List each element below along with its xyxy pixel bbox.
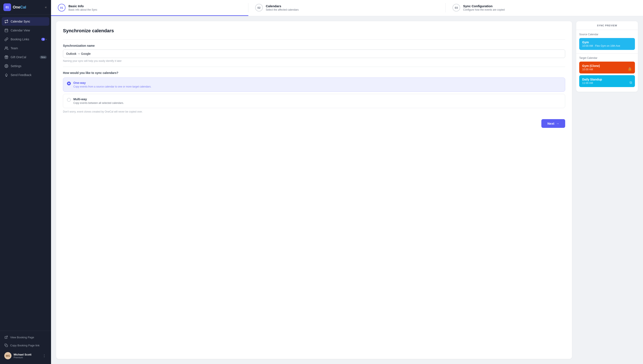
step-3-title: Sync Configuration xyxy=(463,4,505,8)
step-1-number: 01 xyxy=(58,4,66,12)
radio-multi-way-label: Multi-way xyxy=(73,98,124,101)
step-1-subtitle: Basic info about the Sync xyxy=(69,8,97,11)
target-calendar-label: Target Calendar xyxy=(579,56,635,60)
sidebar-footer: View Booking Page Copy Booking Page link… xyxy=(0,331,51,364)
standup-time: 11:00 AM xyxy=(582,82,602,84)
sync-name-field: Synchronization name Naming your sync wi… xyxy=(63,44,565,62)
lock-icon: 🔒 xyxy=(628,67,632,71)
sync-name-input[interactable] xyxy=(63,50,565,58)
page-body: Synchronize calendars Synchronization na… xyxy=(51,16,643,364)
target-event-standup-info: Daily Standup 11:00 AM xyxy=(582,78,602,84)
source-event-card: Gym 10:00 AM · Flex Gym on 16th Ave xyxy=(579,38,635,50)
chevron-right-icon: › xyxy=(46,38,47,40)
source-calendar-label: Source Calendar xyxy=(579,33,635,36)
user-row: MS Michael Scott Premium ⋮ xyxy=(2,350,49,362)
sidebar-item-label: Gift OneCal xyxy=(11,56,26,59)
target-event-gym-clone: Gym (Clone) 10:00 AM 🔒 xyxy=(579,62,635,74)
user-name: Michael Scott xyxy=(14,353,42,356)
warning-note: Don't worry, event clones created by One… xyxy=(63,110,565,113)
sidebar-item-calendar-sync[interactable]: Calendar Sync xyxy=(2,17,49,26)
radio-one-way-desc: Copy events from a source calendar to on… xyxy=(73,85,151,88)
source-event-name: Gym xyxy=(582,40,632,44)
sidebar-item-label: Send Feedback xyxy=(11,73,32,77)
next-button[interactable]: Next → xyxy=(541,119,565,128)
booking-links-badge: 1 xyxy=(41,38,45,41)
calendar-icon xyxy=(4,28,9,32)
source-event-time: 10:00 AM · Flex Gym on 16th Ave xyxy=(582,44,632,47)
gym-clone-time: 10:00 AM xyxy=(582,68,600,71)
gear-icon xyxy=(4,64,9,68)
sync-preview: SYNC PREVIEW Source Calendar Gym 10:00 A… xyxy=(576,21,638,359)
sidebar-item-label: Calendar Sync xyxy=(11,20,30,23)
preview-source-section: Source Calendar Gym 10:00 AM · Flex Gym … xyxy=(576,30,638,53)
step-3-info: Sync Configuration Configure how the eve… xyxy=(463,4,505,11)
radio-option-one-way[interactable]: One-way Copy events from a source calend… xyxy=(63,78,565,92)
collapse-sidebar-button[interactable]: « xyxy=(44,4,48,10)
link-icon xyxy=(4,37,9,42)
sidebar: 01 OneCal « Calendar Sync xyxy=(0,0,51,364)
sidebar-item-label: Team xyxy=(11,46,18,50)
divider-1 xyxy=(63,40,565,40)
svg-line-12 xyxy=(6,336,8,338)
divider-2 xyxy=(63,67,565,67)
step-3-subtitle: Configure how the events are copied xyxy=(463,8,505,11)
step-tab-3[interactable]: 03 Sync Configuration Configure how the … xyxy=(446,0,643,16)
sidebar-item-label: Settings xyxy=(11,64,22,68)
logo-area: 01 OneCal xyxy=(4,4,26,11)
page-title: Synchronize calendars xyxy=(63,28,565,34)
svg-rect-0 xyxy=(5,29,8,32)
step-2-info: Calendars Select the affected calendars xyxy=(266,4,299,11)
radio-one-way-label: One-way xyxy=(73,81,151,84)
radio-multi-way-content: Multi-way Copy events between all select… xyxy=(73,98,124,104)
sidebar-item-settings[interactable]: Settings xyxy=(2,62,49,70)
form-footer: Next → xyxy=(63,119,565,128)
copy-icon xyxy=(4,344,8,347)
view-booking-page-link[interactable]: View Booking Page xyxy=(2,334,49,341)
radio-one-way-content: One-way Copy events from a source calend… xyxy=(73,81,151,88)
steps-header: 01 Basic Info Basic info about the Sync … xyxy=(51,0,643,16)
view-booking-page-label: View Booking Page xyxy=(10,336,34,339)
standup-name: Daily Standup xyxy=(582,78,602,81)
preview-card: SYNC PREVIEW Source Calendar Gym 10:00 A… xyxy=(576,21,638,92)
sync-name-hint: Naming your sync will help you easily id… xyxy=(63,60,565,62)
target-event-gym-clone-info: Gym (Clone) 10:00 AM xyxy=(582,64,600,71)
gift-new-badge: New xyxy=(40,56,47,59)
sync-type-question: How would you like to sync calendars? xyxy=(63,71,565,74)
sync-name-label: Synchronization name xyxy=(63,44,565,47)
step-2-subtitle: Select the affected calendars xyxy=(266,8,299,11)
gym-clone-name: Gym (Clone) xyxy=(582,64,600,68)
sidebar-item-label: Booking Links xyxy=(11,38,29,41)
target-event-daily-standup: Daily Standup 11:00 AM ⧉ xyxy=(579,75,635,87)
user-menu-button[interactable]: ⋮ xyxy=(42,353,47,359)
sync-icon xyxy=(4,19,9,24)
radio-multi-way-desc: Copy events between all selected calenda… xyxy=(73,102,124,104)
logo-mark: 01 xyxy=(4,4,11,11)
radio-option-multi-way[interactable]: Multi-way Copy events between all select… xyxy=(63,94,565,108)
sidebar-header: 01 OneCal « xyxy=(0,0,51,15)
next-button-label: Next xyxy=(547,122,554,125)
user-plan: Premium xyxy=(14,356,42,359)
svg-point-4 xyxy=(5,47,7,48)
user-info: Michael Scott Premium xyxy=(14,353,42,359)
sidebar-item-team[interactable]: Team xyxy=(2,44,49,52)
sidebar-item-booking-links[interactable]: Booking Links 1 › xyxy=(2,35,49,44)
sidebar-item-label: Calendar View xyxy=(11,29,30,32)
svg-point-7 xyxy=(6,66,7,67)
sidebar-item-gift-onecal[interactable]: Gift OneCal New xyxy=(2,53,49,61)
step-2-title: Calendars xyxy=(266,4,299,8)
copy-booking-link[interactable]: Copy Booking Page link xyxy=(2,342,49,349)
logo-one: One xyxy=(13,5,20,9)
logo-text: OneCal xyxy=(13,5,26,10)
logo-cal: Cal xyxy=(20,5,26,9)
step-tab-2[interactable]: 02 Calendars Select the affected calenda… xyxy=(248,0,446,16)
copy-booking-link-label: Copy Booking Page link xyxy=(10,344,40,347)
main-content: 01 Basic Info Basic info about the Sync … xyxy=(51,0,643,364)
sidebar-item-calendar-view[interactable]: Calendar View xyxy=(2,26,49,34)
step-1-info: Basic Info Basic info about the Sync xyxy=(69,4,97,11)
step-2-number: 02 xyxy=(255,4,263,12)
preview-header: SYNC PREVIEW xyxy=(576,21,638,30)
step-tab-1[interactable]: 01 Basic Info Basic info about the Sync xyxy=(51,0,248,16)
arrow-right-icon: → xyxy=(556,122,559,125)
avatar: MS xyxy=(4,352,12,359)
sidebar-item-send-feedback[interactable]: Send Feedback xyxy=(2,71,49,79)
